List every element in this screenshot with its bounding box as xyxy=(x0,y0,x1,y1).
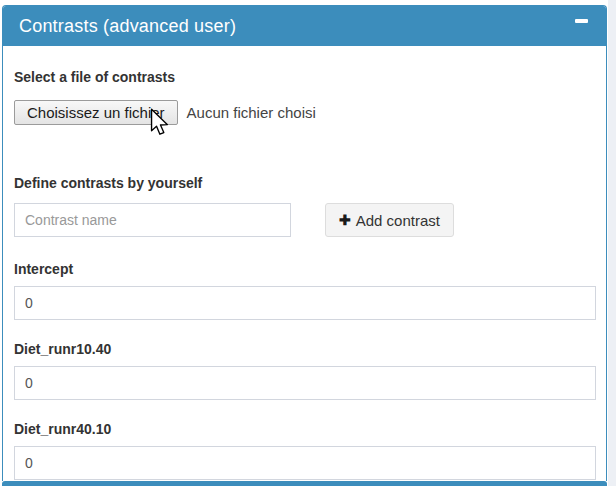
contrast-field-group: Diet_runr40.10 xyxy=(14,421,596,480)
panel-title: Contrasts (advanced user) xyxy=(19,6,236,46)
next-panel-header[interactable] xyxy=(2,481,607,486)
contrast-name-input[interactable] xyxy=(14,203,291,237)
minus-icon xyxy=(575,19,588,23)
page-background-strip xyxy=(608,0,616,486)
contrast-field-group: Intercept xyxy=(14,261,596,320)
define-contrasts-label: Define contrasts by yourself xyxy=(14,175,596,191)
diet-runr40-10-input[interactable] xyxy=(14,446,596,480)
diet-runr10-40-label: Diet_runr10.40 xyxy=(14,341,596,357)
panel-header[interactable]: Contrasts (advanced user) xyxy=(3,6,606,46)
define-contrast-row: ✚ Add contrast xyxy=(14,203,596,237)
file-status-text: Aucun fichier choisi xyxy=(187,104,316,121)
file-input-label: Select a file of contrasts xyxy=(14,69,596,85)
file-input-row: Choisissez un fichier Aucun fichier choi… xyxy=(14,100,596,125)
file-browse-button[interactable]: Choisissez un fichier xyxy=(14,100,178,125)
intercept-label: Intercept xyxy=(14,261,596,277)
diet-runr40-10-label: Diet_runr40.10 xyxy=(14,421,596,437)
diet-runr10-40-input[interactable] xyxy=(14,366,596,400)
plus-icon: ✚ xyxy=(339,213,351,227)
add-contrast-button[interactable]: ✚ Add contrast xyxy=(325,203,454,237)
contrasts-panel: Contrasts (advanced user) Select a file … xyxy=(2,5,607,481)
contrast-field-group: Diet_runr10.40 xyxy=(14,341,596,400)
add-contrast-label: Add contrast xyxy=(356,212,440,229)
intercept-input[interactable] xyxy=(14,286,596,320)
collapse-button[interactable] xyxy=(573,6,589,46)
panel-body: Select a file of contrasts Choisissez un… xyxy=(3,46,606,480)
